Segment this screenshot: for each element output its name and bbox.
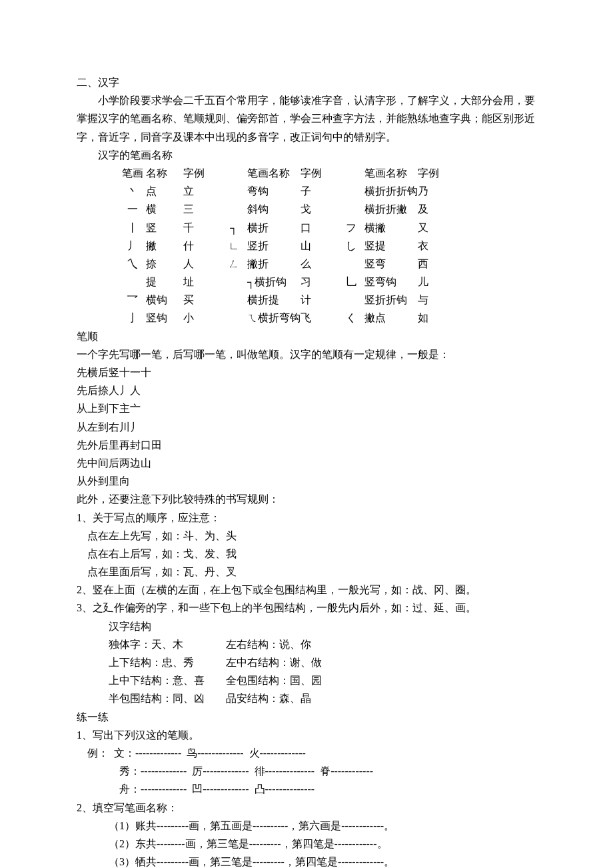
col-sym <box>338 164 364 182</box>
stroke-name: ㄟ横折弯钩 <box>247 309 301 327</box>
stroke-name: 竖折 <box>247 237 301 255</box>
stroke-example: 口 <box>301 219 338 237</box>
stroke-example: 什 <box>183 237 221 255</box>
stroke-symbol: し <box>338 237 364 255</box>
stroke-name: 横撇 <box>364 219 418 237</box>
col-ex: 字例 <box>183 164 221 182</box>
note3: 3、之廴作偏旁的字，和一些下包上的半包围结构，一般先内后外，如：过、延、画。 <box>77 599 536 617</box>
stroke-name: 竖 <box>146 219 183 237</box>
intro-paragraph: 小学阶段要求学会二千五百个常用字，能够读准字音，认清字形，了解字义，大部分会用，… <box>77 91 536 146</box>
practice-q1-head: 1、写出下列汉这的笔顺。 <box>77 726 536 744</box>
stroke-col: 横折折折钩乃 <box>338 182 444 200</box>
bishun-rule: 从外到里向 <box>77 472 536 490</box>
stroke-col: 竖折折钩与 <box>338 291 444 309</box>
stroke-name: 竖钩 <box>146 309 183 327</box>
stroke-col: 丶点立 <box>119 182 221 200</box>
note1-item: 点在左上先写，如：斗、为、头 <box>77 527 536 545</box>
structure-cell: 左右结构：说、你 <box>226 635 354 653</box>
example-label: 例： <box>87 744 109 762</box>
bishun-extra-intro: 此外，还要注意下列比较特殊的书写规则： <box>77 490 536 508</box>
col-sym <box>221 164 247 182</box>
strokes-header: 汉字的笔画名称 <box>77 146 536 164</box>
col-name: 笔画名称 <box>247 164 301 182</box>
stroke-symbol: く <box>338 309 364 327</box>
stroke-example: 戈 <box>301 200 338 218</box>
stroke-row: 提址┐横折钩习乚竖弯钩儿 <box>119 273 536 291</box>
stroke-symbol <box>338 182 364 200</box>
structure-header: 汉字结构 <box>77 617 536 635</box>
practice-item: 舟：------------- <box>119 780 187 798</box>
practice-header: 练一练 <box>77 708 536 726</box>
structure-grid: 独体字：天、木 左右结构：说、你 上下结构：忠、秀 左中右结构：谢、做 上中下结… <box>109 635 536 708</box>
stroke-name: 提 <box>146 273 183 291</box>
stroke-name: 撇折 <box>247 255 301 273</box>
practice-q2-item: （2）东共--------画，第三笔是---------，第四笔是-------… <box>109 835 536 853</box>
stroke-table-header: 笔画 名称 字例 笔画名称 字例 笔画名称 字例 <box>119 164 536 182</box>
stroke-symbol: フ <box>338 219 364 237</box>
practice-item: 火------------- <box>249 744 306 762</box>
stroke-symbol: ┐ <box>221 219 247 237</box>
stroke-name: 撇点 <box>364 309 418 327</box>
stroke-example: 买 <box>183 291 221 309</box>
practice-item: 徘-------------- <box>255 762 315 780</box>
stroke-col: 提址 <box>119 273 221 291</box>
stroke-symbol <box>221 273 247 291</box>
stroke-col: 横折提计 <box>221 291 338 309</box>
stroke-col: 乛横钩买 <box>119 291 221 309</box>
stroke-col: 乀捺人 <box>119 255 221 273</box>
stroke-col: ┐横折钩习 <box>221 273 338 291</box>
structure-cell: 半包围结构：同、凶 <box>109 689 226 707</box>
stroke-example: 子 <box>301 182 338 200</box>
stroke-table: 笔画 名称 字例 笔画名称 字例 笔画名称 字例 丶点立弯钩子横折折折钩乃一横三… <box>119 164 536 327</box>
stroke-name: 横折折撇 <box>364 200 418 218</box>
bishun-rule: 从左到右川丿 <box>77 418 536 436</box>
col-sym: 笔画 <box>119 164 146 182</box>
stroke-name: 弯钩 <box>247 182 301 200</box>
stroke-example: 小 <box>183 309 221 327</box>
stroke-symbol <box>338 200 364 218</box>
stroke-example: 衣 <box>418 237 444 255</box>
stroke-col: 横折折撇及 <box>338 200 444 218</box>
stroke-col: 一横三 <box>119 200 221 218</box>
note1-head: 1、关于写点的顺序，应注意： <box>77 509 536 527</box>
stroke-name: 斜钩 <box>247 200 301 218</box>
stroke-example: 习 <box>301 273 338 291</box>
stroke-name: 点 <box>146 182 183 200</box>
structure-cell: 左中右结构：谢、做 <box>226 653 354 671</box>
stroke-example: 人 <box>183 255 221 273</box>
stroke-example: 及 <box>418 200 444 218</box>
structure-row: 上中下结构：意、喜 全包围结构：国、园 <box>109 671 536 689</box>
stroke-col: く撇点如 <box>338 309 444 327</box>
section-title: 二、汉字 <box>77 73 536 91</box>
stroke-col: 丨竖千 <box>119 219 221 237</box>
stroke-col: ㄥ撇折么 <box>221 255 338 273</box>
practice-line: 舟：------------- 凹------------- 凸--------… <box>119 780 536 798</box>
stroke-symbol: 丿 <box>119 237 146 255</box>
stroke-example: 如 <box>418 309 444 327</box>
stroke-row: 亅竖钩小ㄟ横折弯钩飞く撇点如 <box>119 309 536 327</box>
stroke-symbol: 亅 <box>119 309 146 327</box>
stroke-name: 竖提 <box>364 237 418 255</box>
stroke-name: ┐横折钩 <box>247 273 301 291</box>
practice-q2-head: 2、填空写笔画名称： <box>77 799 536 817</box>
stroke-name: 捺 <box>146 255 183 273</box>
stroke-col: し竖提衣 <box>338 237 444 255</box>
col-name: 名称 <box>146 164 183 182</box>
stroke-name: 撇 <box>146 237 183 255</box>
stroke-name: 横折提 <box>247 291 301 309</box>
stroke-symbol: 乚 <box>338 273 364 291</box>
practice-line: 例： 文：------------- 鸟------------- 火-----… <box>87 744 536 762</box>
stroke-row: 丿撇什∟竖折山し竖提衣 <box>119 237 536 255</box>
practice-q2-item: （1）账共---------画，第五画是----------，第六画是-----… <box>109 817 536 835</box>
stroke-col: ┐横折口 <box>221 219 338 237</box>
stroke-example: 山 <box>301 237 338 255</box>
stroke-example: 千 <box>183 219 221 237</box>
bishun-rule: 先横后竖十一十 <box>77 363 536 381</box>
note2: 2、竖在上面（左横的左面，在上包下或全包围结构里，一般光写，如：战、冈、圈。 <box>77 581 536 599</box>
stroke-symbol: 丶 <box>119 182 146 200</box>
col-ex: 字例 <box>301 164 338 182</box>
practice-item: 脊------------ <box>320 762 373 780</box>
stroke-symbol <box>221 291 247 309</box>
practice-item: 鸟------------- <box>187 744 243 762</box>
stroke-name: 竖折折钩 <box>364 291 418 309</box>
